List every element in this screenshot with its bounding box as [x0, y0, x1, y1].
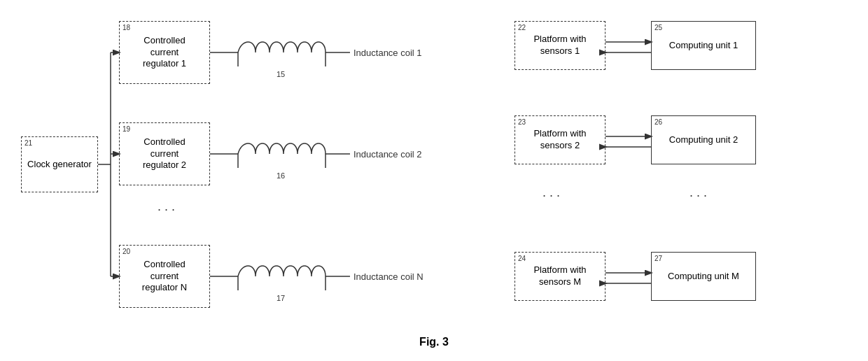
ccr2-box: 19 Controlledcurrentregulator 2 — [119, 122, 210, 185]
computing1-box: 25 Computing unit 1 — [651, 21, 756, 70]
svg-text:15: 15 — [276, 70, 285, 78]
dots-ccr: . . . — [158, 199, 175, 214]
svg-text:16: 16 — [276, 171, 285, 180]
svg-text:17: 17 — [276, 294, 285, 302]
dots-platform: . . . — [542, 185, 560, 200]
ccr1-box: 18 Controlledcurrentregulator 1 — [119, 21, 210, 84]
svg-text:Inductance coil 1: Inductance coil 1 — [354, 48, 422, 58]
ref-24: 24 — [518, 254, 526, 263]
svg-text:Inductance coil N: Inductance coil N — [354, 271, 424, 282]
ref-27: 27 — [654, 254, 662, 263]
platformM-box: 24 Platform withsensors M — [514, 252, 606, 301]
ref-23: 23 — [518, 118, 526, 127]
ref-25: 25 — [654, 23, 662, 32]
figure-caption: Fig. 3 — [419, 336, 449, 348]
ref-20: 20 — [122, 247, 130, 256]
computingM-box: 27 Computing unit M — [651, 252, 756, 301]
platform1-box: 22 Platform withsensors 1 — [514, 21, 606, 70]
ref-21: 21 — [24, 139, 32, 148]
diagram: 21 Clock generator 18 Controlledcurrentr… — [0, 0, 868, 361]
computing2-box: 26 Computing unit 2 — [651, 115, 756, 164]
ref-26: 26 — [654, 118, 662, 127]
ref-19: 19 — [122, 125, 130, 134]
ref-18: 18 — [122, 23, 130, 32]
svg-text:Inductance coil 2: Inductance coil 2 — [354, 149, 422, 160]
dots-computing: . . . — [690, 185, 707, 200]
clock-generator-box: 21 Clock generator — [21, 136, 98, 192]
platform2-box: 23 Platform withsensors 2 — [514, 115, 606, 164]
ccrN-box: 20 Controlledcurrentregulator N — [119, 245, 210, 308]
ref-22: 22 — [518, 23, 526, 32]
